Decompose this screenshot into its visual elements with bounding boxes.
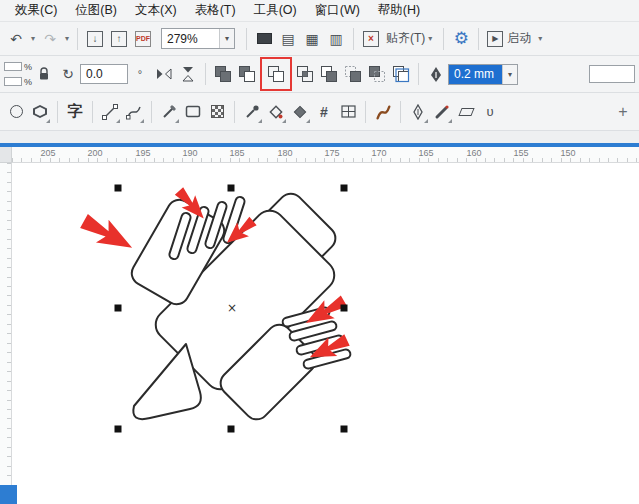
pattern-fill-button[interactable]: [205, 99, 229, 125]
simplify-icon: [320, 65, 338, 83]
show-grid-button[interactable]: ▦: [300, 26, 324, 52]
mirror-horizontal-button[interactable]: [152, 61, 176, 87]
weld-button[interactable]: [235, 61, 259, 87]
page-navigator-indicator[interactable]: [0, 485, 17, 504]
selection-handle-bottom-center[interactable]: [228, 426, 235, 433]
separator: [77, 28, 78, 50]
ruler-tick: 165: [418, 148, 433, 158]
bezier-tool-button[interactable]: [122, 99, 146, 125]
bspline-tool-button[interactable]: υ: [478, 99, 502, 125]
scale-x-input[interactable]: [4, 62, 22, 71]
selection-handle-top-center[interactable]: [228, 185, 235, 192]
simplify-button[interactable]: [317, 61, 341, 87]
table-tool-button[interactable]: [336, 99, 360, 125]
fullscreen-preview-button[interactable]: [252, 26, 276, 52]
pen-nib-icon: [429, 66, 443, 83]
show-rulers-button[interactable]: ▤: [276, 26, 300, 52]
separator: [246, 28, 247, 50]
graph-paper-icon: #: [320, 104, 328, 120]
selection-handle-top-left[interactable]: [115, 185, 122, 192]
publish-pdf-button[interactable]: PDF: [131, 26, 155, 52]
horizontal-ruler[interactable]: 205 200 195 190 185 180 175 170 165 160 …: [12, 147, 639, 163]
combine-button[interactable]: [211, 61, 235, 87]
selection-handle-bottom-left[interactable]: [115, 426, 122, 433]
redo-button[interactable]: ↷: [38, 26, 62, 52]
marker-tool-button[interactable]: [430, 99, 454, 125]
bspline-icon: υ: [486, 104, 493, 119]
launch-button[interactable]: ▶ 启动 ▾: [484, 26, 548, 52]
menu-bitmaps[interactable]: 位图(B): [66, 0, 126, 21]
create-boundary-button[interactable]: [389, 61, 413, 87]
menu-effects[interactable]: 效果(C): [6, 0, 66, 21]
vertical-ruler[interactable]: [0, 163, 12, 504]
trim-button[interactable]: [264, 61, 288, 87]
smart-fill-tool-button[interactable]: [264, 99, 288, 125]
rectangle-tool-button[interactable]: [181, 99, 205, 125]
add-tools-button[interactable]: +: [611, 99, 635, 125]
graph-paper-tool-button[interactable]: #: [312, 99, 336, 125]
drawing-canvas[interactable]: ×: [12, 163, 639, 504]
back-minus-front-icon: [368, 65, 386, 83]
selection-handle-middle-left[interactable]: [115, 305, 122, 312]
eraser-tool-button[interactable]: [454, 99, 478, 125]
snap-off-button[interactable]: ×: [359, 26, 383, 52]
interactive-fill-tool-button[interactable]: [288, 99, 312, 125]
back-minus-front-button[interactable]: [365, 61, 389, 87]
freehand-line-icon: [102, 104, 118, 120]
standard-toolbar: ↶ ▾ ↷ ▾ ↓ ↑ PDF 279% ▾ ▤ ▦ ▥: [0, 22, 639, 56]
redo-dropdown[interactable]: ▾: [62, 34, 72, 43]
eraser-icon: [458, 108, 474, 116]
selection-handle-top-right[interactable]: [341, 185, 348, 192]
selection-handle-bottom-right[interactable]: [341, 426, 348, 433]
snap-to-button[interactable]: 贴齐(T) ▾: [383, 26, 438, 52]
zoom-level-combo[interactable]: 279% ▾: [161, 28, 235, 49]
import-button[interactable]: ↓: [83, 26, 107, 52]
menu-text[interactable]: 文本(X): [126, 0, 186, 21]
outline-width-dropdown-icon[interactable]: ▾: [502, 65, 517, 84]
text-tool-button[interactable]: 字: [63, 99, 87, 125]
polygon-tool-button[interactable]: [28, 99, 52, 125]
outline-pen-button[interactable]: [424, 61, 448, 87]
canvas-artwork-svg: ×: [12, 163, 639, 504]
undo-dropdown[interactable]: ▾: [28, 34, 38, 43]
ellipse-tool-button[interactable]: [4, 99, 28, 125]
pen-tool-button[interactable]: [406, 99, 430, 125]
eyedropper-tool-button[interactable]: [240, 99, 264, 125]
show-guidelines-button[interactable]: ▥: [324, 26, 348, 52]
separator: [234, 101, 235, 123]
options-button[interactable]: ⚙: [449, 26, 473, 52]
separator: [365, 101, 366, 123]
zoom-dropdown-icon[interactable]: ▾: [219, 29, 234, 48]
mirror-vertical-button[interactable]: [176, 61, 200, 87]
scale-y-input[interactable]: [4, 77, 22, 86]
outline-width-combo[interactable]: 0.2 mm ▾: [448, 64, 518, 85]
menu-window[interactable]: 窗口(W): [306, 0, 369, 21]
menu-tools[interactable]: 工具(O): [245, 0, 306, 21]
mirror-vertical-icon: [182, 66, 194, 82]
front-minus-back-button[interactable]: [341, 61, 365, 87]
freehand-tool-button[interactable]: [98, 99, 122, 125]
menu-help[interactable]: 帮助(H): [369, 0, 429, 21]
selection-handle-middle-right[interactable]: [341, 305, 348, 312]
plus-icon: +: [618, 103, 627, 121]
rotation-input[interactable]: 0.0: [80, 64, 128, 84]
pencil-artwork[interactable]: [127, 189, 351, 425]
lock-ratio-button[interactable]: [32, 61, 56, 87]
launch-icon: ▶: [487, 31, 503, 47]
ruler-tick: 150: [560, 148, 575, 158]
ink-pen-icon: [412, 104, 424, 120]
export-button[interactable]: ↑: [107, 26, 131, 52]
crop-tool-button[interactable]: [157, 99, 181, 125]
ruler-tick: 180: [277, 148, 292, 158]
outline-color-swatch[interactable]: [589, 65, 635, 83]
fill-diamond-icon: [268, 104, 284, 120]
undo-button[interactable]: ↶: [4, 26, 28, 52]
menu-table[interactable]: 表格(T): [186, 0, 245, 21]
text-tool-icon: 字: [68, 102, 83, 121]
intersect-button[interactable]: [293, 61, 317, 87]
ruler-tick: 160: [466, 148, 481, 158]
combine-icon: [214, 65, 232, 83]
degree-label: °: [138, 68, 142, 80]
artistic-media-tool-button[interactable]: [371, 99, 395, 125]
pdf-icon: PDF: [135, 31, 151, 47]
